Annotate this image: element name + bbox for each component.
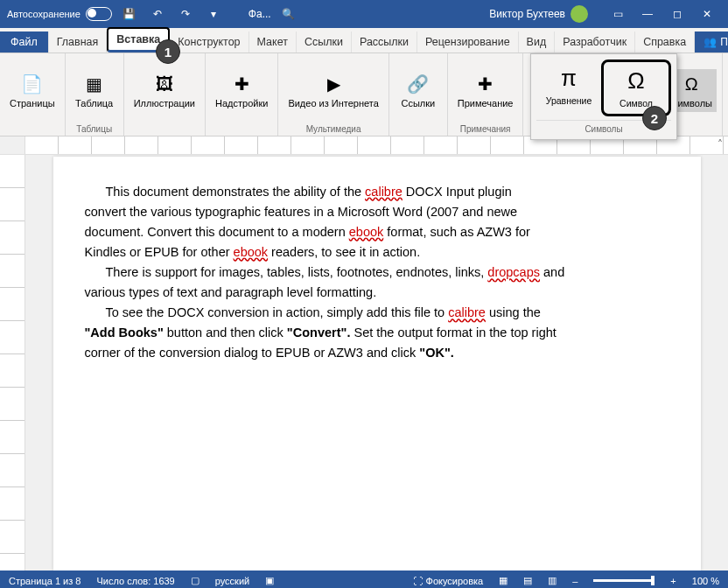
save-icon[interactable]: 💾	[119, 4, 140, 24]
avatar-icon	[570, 5, 588, 23]
user-account[interactable]: Виктор Бухтеев	[489, 5, 588, 23]
tab-help[interactable]: Справка	[635, 32, 695, 52]
page: This document demonstrates the ability o…	[53, 157, 701, 570]
pi-icon: π	[561, 65, 577, 92]
group-comments: Примечания	[460, 124, 511, 134]
minimize-icon[interactable]: —	[634, 4, 662, 24]
qat-more-icon[interactable]: ▾	[203, 4, 224, 24]
omega-icon: Ω	[627, 67, 644, 94]
ribbon-options-icon[interactable]: ▭	[604, 4, 632, 24]
tab-developer[interactable]: Разработчик	[555, 32, 635, 52]
collapse-ribbon-icon[interactable]: ˄	[718, 138, 723, 150]
status-language[interactable]: русский	[215, 576, 249, 586]
zoom-slider[interactable]	[593, 579, 654, 582]
zoom-level[interactable]: 100 %	[692, 576, 719, 586]
status-macro[interactable]: ▣	[265, 575, 274, 586]
share-button[interactable]: 👥 Поделиться	[695, 32, 728, 52]
redo-icon[interactable]: ↷	[175, 4, 196, 24]
share-label: Поделиться	[720, 36, 728, 48]
tab-file[interactable]: Файл	[0, 32, 49, 52]
autosave-toggle[interactable]: Автосохранение	[7, 7, 112, 21]
tab-mailings[interactable]: Рассылки	[352, 32, 417, 52]
tab-review[interactable]: Рецензирование	[417, 32, 519, 52]
pages-button[interactable]: 📄Страницы	[5, 69, 60, 111]
illustrations-button[interactable]: 🖼Иллюстрации	[130, 69, 200, 111]
callout-1: 1	[156, 39, 180, 64]
workspace: This document demonstrates the ability o…	[0, 155, 728, 570]
ribbon: 📄Страницы ▦ТаблицаТаблицы 🖼Иллюстрации ✚…	[0, 53, 728, 136]
view-web-icon[interactable]: ▥	[548, 575, 556, 586]
autosave-label: Автосохранение	[7, 9, 80, 19]
group-tables: Таблицы	[76, 124, 112, 134]
status-bar: Страница 1 из 8 Число слов: 1639 ▢ русск…	[0, 570, 728, 588]
tab-home[interactable]: Главная	[49, 32, 108, 52]
focus-mode-button[interactable]: ⛶Фокусировка	[413, 576, 484, 586]
user-name: Виктор Бухтеев	[489, 8, 565, 20]
view-print-icon[interactable]: ▦	[499, 575, 508, 586]
toggle-icon	[86, 7, 112, 21]
tab-references[interactable]: Ссылки	[297, 32, 352, 52]
comment-button[interactable]: ✚Примечание	[453, 69, 518, 111]
status-proofing[interactable]: ▢	[191, 575, 200, 586]
video-icon: ▶	[321, 72, 346, 96]
tab-layout[interactable]: Макет	[249, 32, 297, 52]
addin-icon: ✚	[229, 72, 254, 96]
table-button[interactable]: ▦Таблица	[71, 69, 118, 111]
page-area[interactable]: This document demonstrates the ability o…	[25, 155, 728, 570]
search-icon[interactable]: 🔍	[278, 4, 299, 24]
callout-2: 2	[642, 106, 667, 130]
addins-button[interactable]: ✚Надстройки	[211, 69, 272, 111]
document-name: Фа...	[248, 8, 271, 20]
ruler-vertical[interactable]	[0, 155, 25, 570]
close-icon[interactable]: ✕	[693, 4, 721, 24]
picture-icon: 🖼	[152, 72, 177, 96]
online-video-button[interactable]: ▶Видео из Интернета	[284, 69, 382, 111]
ruler-corner	[0, 136, 25, 154]
table-icon: ▦	[82, 72, 107, 96]
zoom-in-button[interactable]: +	[670, 576, 676, 586]
title-bar: Автосохранение 💾 ↶ ↷ ▾ Фа... 🔍 Виктор Бу…	[0, 0, 728, 28]
status-page[interactable]: Страница 1 из 8	[9, 576, 80, 586]
page-icon: 📄	[20, 72, 45, 96]
focus-icon: ⛶	[413, 576, 423, 586]
tab-view[interactable]: Вид	[519, 32, 556, 52]
omega-icon: Ω	[679, 72, 704, 96]
zoom-out-button[interactable]: –	[572, 576, 578, 586]
view-read-icon[interactable]: ▤	[523, 575, 532, 586]
share-icon: 👥	[704, 36, 717, 48]
undo-icon[interactable]: ↶	[147, 4, 168, 24]
tab-design[interactable]: Конструктор	[170, 32, 248, 52]
links-button[interactable]: 🔗Ссылки	[395, 69, 442, 111]
maximize-icon[interactable]: ◻	[663, 4, 691, 24]
equation-button[interactable]: π Уравнение	[536, 60, 601, 116]
comment-icon: ✚	[473, 72, 498, 96]
ribbon-tabbar: Файл Главная Вставка Конструктор Макет С…	[0, 28, 728, 53]
link-icon: 🔗	[406, 72, 430, 96]
group-media: Мультимедиа	[306, 124, 361, 134]
status-wordcount[interactable]: Число слов: 1639	[96, 576, 174, 586]
